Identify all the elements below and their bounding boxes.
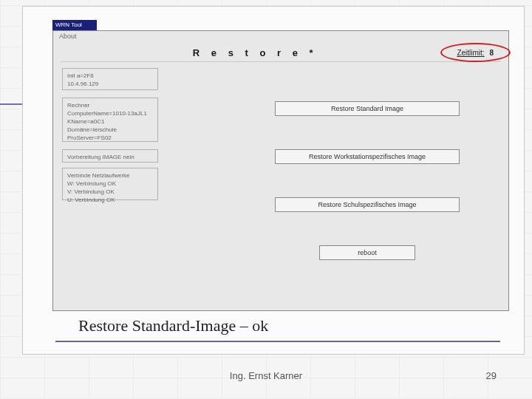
restore-workstation-button[interactable]: Restore Workstationspezifisches Image: [275, 149, 460, 164]
menu-about[interactable]: About: [59, 33, 77, 40]
zeitlimit-box: Zeitlimit: 8: [449, 47, 501, 58]
info-box-init: Init a=2F8 10.4.96.129: [62, 68, 158, 90]
caption-underline: [55, 341, 500, 342]
slide-content-area: WRN Tool About R e s t o r e * Zeitlimit…: [22, 6, 525, 355]
restore-school-button[interactable]: Restore Schulspezifisches Image: [275, 197, 460, 212]
zeitlimit-value: 8: [489, 49, 494, 57]
window-header: R e s t o r e * Zeitlimit: 8: [61, 44, 501, 62]
header-title: R e s t o r e *: [61, 47, 449, 58]
decorative-accent: [0, 103, 22, 105]
restore-standard-button[interactable]: Restore Standard Image: [275, 101, 460, 116]
restore-window: About R e s t o r e * Zeitlimit: 8 Init …: [52, 30, 509, 311]
slide-caption: Restore Standard-Image – ok: [78, 316, 268, 335]
footer-author: Ing. Ernst Karner: [0, 370, 532, 381]
reboot-button[interactable]: reboot: [319, 245, 415, 260]
zeitlimit-label: Zeitlimit:: [457, 49, 484, 57]
info-box-network: Verbinde Netzlaufwerke W: Verbindung OK …: [62, 168, 158, 200]
info-box-image-prep: Vorbereitung IMAGE nein: [62, 149, 158, 163]
window-titlebar: WRN Tool: [52, 20, 97, 30]
info-box-computer: Rechner ComputerName=1010-13aJL1 KName=a…: [62, 98, 158, 142]
footer-page-number: 29: [486, 370, 497, 381]
